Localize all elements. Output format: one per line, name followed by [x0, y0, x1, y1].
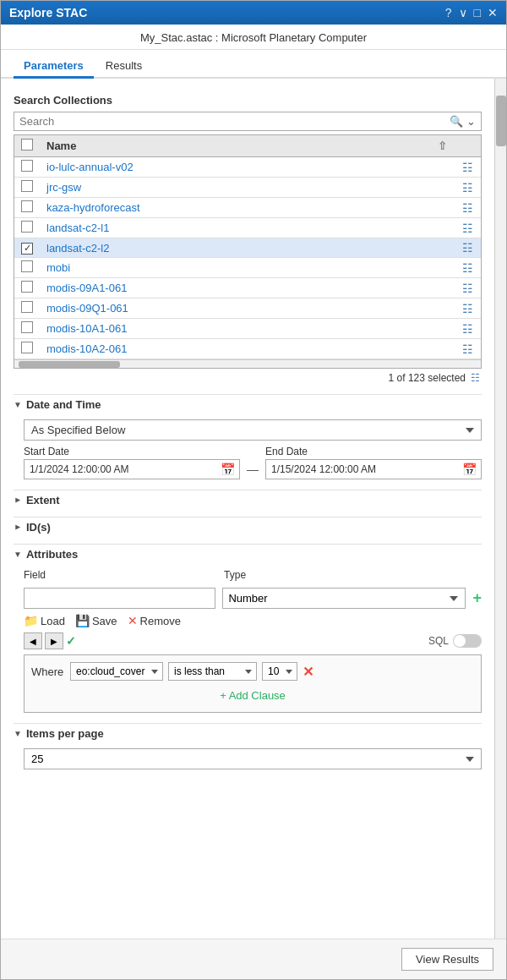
close-icon[interactable]: ✕ [488, 6, 498, 19]
row-checkbox-7[interactable] [21, 301, 33, 313]
collapse-arrow-extent: ▼ [13, 496, 22, 505]
validate-button[interactable]: ✓ [66, 634, 76, 648]
sql-label: SQL [428, 635, 449, 647]
ids-header[interactable]: ▼ ID(s) [14, 517, 482, 537]
remove-icon: ✕ [128, 614, 138, 627]
collections-table: Name ⇧ io-lulc [14, 135, 481, 359]
end-date-input-row: 📅 [265, 459, 482, 479]
search-bar[interactable]: 🔍 ⌄ [14, 112, 482, 131]
collections-table-container[interactable]: Name ⇧ io-lulc [14, 135, 481, 359]
row-checkbox-4[interactable]: ✓ [21, 243, 33, 255]
row-name-cell: mobi [40, 258, 454, 278]
start-date-input[interactable] [25, 461, 216, 478]
clause-value-select[interactable]: 10 [262, 662, 297, 681]
search-icon[interactable]: 🔍 [450, 115, 463, 128]
save-button[interactable]: 💾 Save [75, 614, 117, 627]
date-time-dropdown[interactable]: As Specified Below All Time Last 7 Days … [24, 419, 482, 441]
remove-button[interactable]: ✕ Remove [128, 614, 181, 627]
date-time-label: Date and Time [26, 398, 101, 411]
collapse-arrow-attributes: ▼ [14, 550, 22, 559]
collection-icon: ☷ [462, 302, 473, 315]
sort-icon[interactable]: ⇧ [438, 140, 447, 152]
table-row: jrc-gsw ☷ [14, 178, 481, 198]
view-results-button[interactable]: View Results [401, 948, 493, 971]
add-attribute-button[interactable]: + [472, 589, 482, 607]
items-per-page-header[interactable]: ▼ Items per page [14, 723, 482, 743]
items-per-page-label: Items per page [26, 727, 104, 740]
items-per-page-section: ▼ Items per page 10 25 50 100 [14, 723, 482, 773]
nav-buttons: ◀ ▶ ✓ [24, 632, 76, 649]
end-date-calendar-icon[interactable]: 📅 [458, 460, 481, 479]
date-time-header[interactable]: ▼ Date and Time [14, 394, 482, 414]
restore-icon[interactable]: □ [474, 6, 481, 19]
clause-operator-select[interactable]: is less than is equal to is greater than [168, 662, 257, 681]
items-per-page-select[interactable]: 10 25 50 100 [24, 748, 482, 769]
title-bar: Explore STAC ? ∨ □ ✕ [1, 1, 506, 25]
type-label: Type [224, 569, 456, 581]
row-checkbox-cell [14, 339, 40, 359]
extent-header[interactable]: ▼ Extent [14, 490, 482, 510]
minimize-icon[interactable]: ∨ [459, 6, 467, 19]
collection-icon: ☷ [462, 222, 473, 235]
load-label: Load [41, 615, 65, 627]
row-checkbox-6[interactable] [21, 281, 33, 293]
collection-icon: ☷ [462, 342, 473, 356]
col-name-header: Name ⇧ [40, 135, 454, 157]
collection-icon: ☷ [462, 322, 473, 336]
add-clause-row[interactable]: + Add Clause [31, 686, 474, 705]
attributes-section: ▼ Attributes Field Type [14, 544, 482, 716]
load-button[interactable]: 📁 Load [24, 614, 65, 627]
row-icon-cell: ☷ [454, 298, 481, 319]
window-controls: ? ∨ □ ✕ [445, 6, 498, 19]
row-checkbox-3[interactable] [21, 221, 33, 233]
end-date-label: End Date [265, 446, 482, 457]
row-name-cell: landsat-c2-l1 [40, 218, 454, 238]
row-name-cell: io-lulc-annual-v02 [40, 157, 454, 178]
table-row: modis-10A1-061 ☷ [14, 319, 481, 339]
select-all-checkbox[interactable] [21, 139, 33, 151]
row-icon-cell: ☷ [454, 238, 481, 258]
chevron-down-icon[interactable]: ⌄ [466, 115, 476, 128]
row-checkbox-5[interactable] [21, 260, 33, 272]
right-scrollbar[interactable] [494, 79, 506, 939]
row-name-cell: modis-09Q1-061 [40, 298, 454, 319]
end-date-input[interactable] [266, 461, 458, 478]
start-date-calendar-icon[interactable]: 📅 [216, 460, 239, 479]
row-checkbox-8[interactable] [21, 321, 33, 333]
search-bar-icons: 🔍 ⌄ [450, 115, 476, 128]
table-row: mobi ☷ [14, 258, 481, 278]
items-per-page-body: 10 25 50 100 [14, 743, 482, 773]
row-checkbox-cell [14, 198, 40, 218]
search-collections-section: Search Collections 🔍 ⌄ [14, 94, 482, 387]
row-icon-cell: ☷ [454, 339, 481, 359]
nav-back-button[interactable]: ◀ [24, 632, 42, 649]
attribute-field-input[interactable] [24, 588, 215, 609]
horizontal-scrollbar[interactable] [14, 359, 481, 368]
tab-parameters[interactable]: Parameters [14, 55, 94, 79]
attributes-header[interactable]: ▼ Attributes [14, 544, 482, 564]
save-label: Save [92, 615, 117, 627]
collection-icon: ☷ [462, 201, 473, 215]
help-icon[interactable]: ? [445, 6, 452, 19]
remove-label: Remove [140, 615, 181, 627]
nav-forward-button[interactable]: ▶ [45, 632, 63, 649]
attribute-type-select[interactable]: Number String Date [222, 588, 466, 609]
clause-field-select[interactable]: eo:cloud_cover [70, 662, 163, 681]
row-checkbox-0[interactable] [21, 160, 33, 172]
search-collections-title: Search Collections [14, 94, 482, 107]
row-checkbox-9[interactable] [21, 342, 33, 353]
horiz-scrollbar-thumb [19, 361, 120, 368]
row-checkbox-2[interactable] [21, 200, 33, 212]
tab-results[interactable]: Results [95, 55, 152, 79]
remove-clause-button[interactable]: ✕ [303, 664, 313, 680]
table-header-row: Name ⇧ [14, 135, 481, 157]
row-name-cell: landsat-c2-l2 [40, 238, 454, 258]
extent-label: Extent [26, 494, 60, 506]
row-checkbox-1[interactable] [21, 180, 33, 192]
search-input[interactable] [19, 115, 450, 128]
window-subtitle: My_Stac.astac : Microsoft Planetary Comp… [1, 25, 506, 50]
selection-info: 1 of 123 selected ☷ [14, 369, 482, 387]
window-title: Explore STAC [9, 6, 87, 19]
sql-toggle-switch[interactable] [453, 634, 482, 648]
table-row: kaza-hydroforecast ☷ [14, 198, 481, 218]
